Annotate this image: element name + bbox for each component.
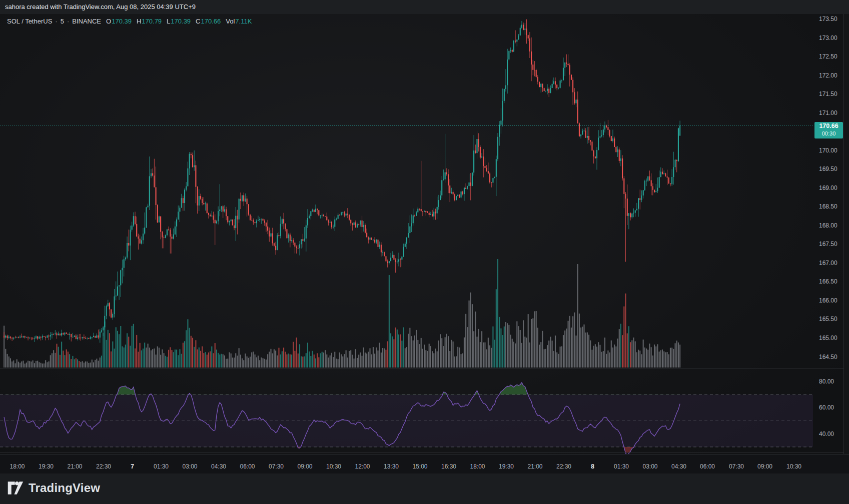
close-value: 170.66	[201, 18, 221, 25]
time-axis-label[interactable]: 13:30	[384, 463, 399, 470]
price-axis-label[interactable]: 168.50	[819, 203, 837, 210]
exchange-label[interactable]: BINANCE	[72, 18, 101, 25]
tradingview-chart-window: sahora created with TradingView.com, Aug…	[0, 0, 849, 504]
volume-series	[4, 259, 680, 368]
candlestick-down-bodies	[4, 24, 677, 338]
symbol-title[interactable]: SOL / TetherUS	[7, 18, 52, 25]
legend-separator: ·	[67, 18, 69, 25]
footer-bar	[0, 474, 849, 504]
time-axis-label[interactable]: 07:30	[729, 463, 744, 470]
price-axis-label[interactable]: 169.50	[819, 166, 837, 172]
time-axis-label[interactable]: 10:30	[786, 463, 801, 470]
interval-label[interactable]: 5	[61, 18, 64, 25]
time-axis-label[interactable]: 16:30	[441, 463, 456, 470]
time-axis-label[interactable]: 21:00	[67, 463, 82, 470]
tradingview-logo-icon	[7, 481, 24, 495]
tradingview-logo-text: TradingView	[29, 481, 100, 495]
time-axis-label[interactable]: 03:00	[642, 463, 657, 470]
time-axis-label[interactable]: 12:00	[355, 463, 370, 470]
price-axis-label[interactable]: 166.00	[819, 297, 837, 304]
time-axis-label[interactable]: 19:30	[499, 463, 514, 470]
price-axis-label[interactable]: 167.50	[819, 240, 837, 248]
time-axis-label[interactable]: 18:00	[10, 463, 25, 470]
time-axis-label[interactable]: 09:00	[757, 463, 772, 470]
price-axis-label[interactable]: 165.00	[819, 334, 837, 342]
time-axis-label[interactable]: 04:30	[671, 463, 686, 470]
price-axis-label[interactable]: 169.00	[819, 184, 837, 192]
close-label: C	[196, 18, 200, 25]
time-axis-label[interactable]: 7	[131, 463, 134, 470]
price-axis-label[interactable]: 171.00	[819, 110, 837, 116]
tradingview-logo[interactable]: TradingView	[7, 481, 100, 495]
price-axis-label[interactable]: 164.50	[819, 354, 837, 360]
high-value: 170.79	[142, 18, 162, 25]
price-axis-label[interactable]: 166.50	[819, 278, 837, 285]
price-axis-label[interactable]: 167.00	[819, 260, 837, 266]
chart-plot-area[interactable]	[0, 0, 849, 504]
time-axis-label[interactable]: 18:00	[470, 463, 485, 470]
chart-canvas[interactable]	[0, 0, 849, 504]
time-axis-label[interactable]: 22:30	[556, 463, 571, 470]
open-value: 170.39	[112, 18, 132, 25]
time-axis-label[interactable]: 06:00	[700, 463, 715, 470]
time-axis-label[interactable]: 10:30	[326, 463, 341, 470]
time-axis-label[interactable]: 01:30	[154, 463, 169, 470]
time-axis-label[interactable]: 03:00	[182, 463, 197, 470]
price-axis-label[interactable]: 173.50	[819, 16, 837, 22]
price-axis-label[interactable]: 171.50	[819, 90, 837, 98]
price-axis-label[interactable]: 172.00	[819, 72, 837, 79]
price-axis-label[interactable]: 165.50	[819, 316, 837, 322]
high-label: H	[137, 18, 141, 25]
time-axis-label[interactable]: 09:00	[297, 463, 312, 470]
time-axis-label[interactable]: 19:30	[39, 463, 54, 470]
rsi-axis-label[interactable]: 80.00	[819, 378, 834, 385]
bar-countdown: 00:30	[814, 130, 843, 137]
time-axis-label[interactable]: 04:30	[211, 463, 226, 470]
low-label: L	[167, 18, 170, 25]
candlestick-up-bodies	[5, 24, 680, 338]
last-price-badge[interactable]: 170.66 00:30	[814, 122, 843, 138]
price-axis-label[interactable]: 170.00	[819, 147, 837, 154]
price-axis-label[interactable]: 168.00	[819, 222, 837, 229]
price-axis-label[interactable]: 173.00	[819, 34, 837, 42]
low-value: 170.39	[171, 18, 191, 25]
time-axis-label[interactable]: 07:30	[269, 463, 284, 470]
time-axis-label[interactable]: 8	[591, 463, 594, 470]
legend-separator: ·	[55, 18, 57, 25]
rsi-axis-label[interactable]: 40.00	[819, 430, 834, 438]
volume-label: Vol	[226, 18, 235, 25]
candlestick-wicks	[4, 20, 680, 343]
time-axis-label[interactable]: 01:30	[614, 463, 629, 470]
time-axis-label[interactable]: 15:00	[412, 463, 427, 470]
time-axis-label[interactable]: 21:00	[527, 463, 542, 470]
volume-value: 7.11K	[235, 18, 252, 25]
time-axis-label[interactable]: 06:00	[240, 463, 255, 470]
open-label: O	[106, 18, 111, 25]
rsi-axis-label[interactable]: 60.00	[819, 404, 834, 411]
symbol-legend[interactable]: SOL / TetherUS · 5 · BINANCE O 170.39 H …	[7, 16, 252, 26]
time-axis-label[interactable]: 22:30	[96, 463, 111, 470]
last-price-value: 170.66	[814, 122, 843, 130]
price-axis-label[interactable]: 172.50	[819, 53, 837, 60]
